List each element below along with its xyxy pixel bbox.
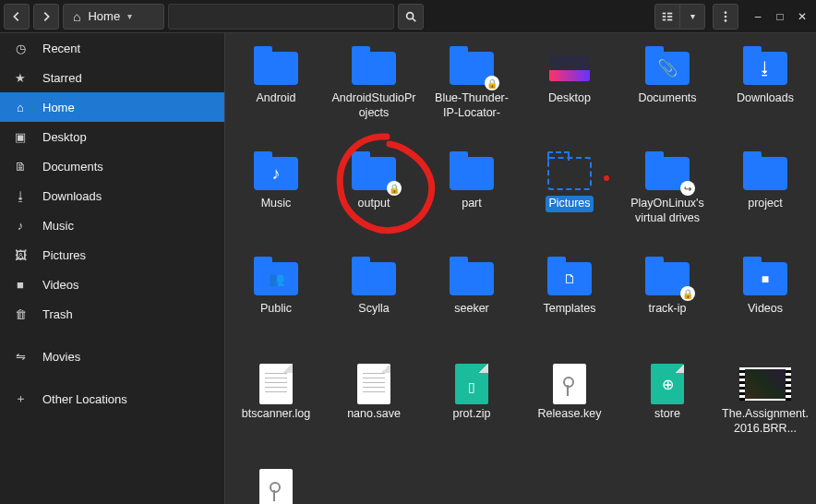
file-label: btscanner.log	[239, 406, 313, 423]
folder-public[interactable]: 👥 Public	[227, 257, 325, 362]
file-label: nano.save	[344, 406, 403, 423]
symlink-icon: ↪	[680, 181, 695, 196]
file-label: Documents	[635, 90, 699, 107]
documents-icon: 🗎	[13, 160, 28, 174]
folder-androidstudioprojects[interactable]: AndroidStudioProjects	[325, 46, 423, 151]
web-file-icon: ⊕	[645, 366, 690, 402]
folder-icon: 📎	[645, 50, 690, 87]
file-assignment-video[interactable]: The.Assignment.2016.BRR...	[716, 362, 814, 467]
maximize-button[interactable]: □	[770, 6, 790, 27]
sidebar-item-desktop[interactable]: ▣ Desktop	[0, 122, 224, 151]
file-label: Pictures	[546, 196, 593, 212]
downloads-icon: ⭳	[13, 189, 28, 203]
file-store[interactable]: ⊕ store	[618, 362, 716, 467]
folder-project[interactable]: project	[716, 151, 814, 257]
svg-rect-5	[667, 16, 672, 18]
file-prot-zip[interactable]: ▯ prot.zip	[423, 362, 521, 467]
location-bar[interactable]	[168, 4, 394, 30]
sidebar-item-home[interactable]: ⌂ Home	[0, 92, 224, 122]
file-label: Public	[258, 301, 294, 318]
folder-pictures[interactable]: Pictures	[521, 151, 618, 257]
folder-icon	[450, 260, 494, 297]
sidebar-item-label: Home	[42, 101, 75, 114]
folder-icon	[352, 260, 396, 297]
sidebar-item-label: Videos	[42, 278, 79, 292]
folder-blue-thunder[interactable]: 🔒 Blue-Thunder-IP-Locator-	[423, 46, 521, 151]
chevron-down-icon: ▾	[690, 11, 695, 21]
sidebar-item-documents[interactable]: 🗎 Documents	[0, 151, 224, 181]
file-btscanner-log[interactable]: btscanner.log	[227, 362, 325, 467]
file-label: Scylla	[355, 301, 391, 318]
folder-desktop[interactable]: Desktop	[521, 46, 618, 151]
folder-track-ip[interactable]: 🔒 track-ip	[618, 257, 716, 362]
sidebar-item-videos[interactable]: ■ Videos	[0, 270, 224, 299]
sidebar-item-starred[interactable]: ★ Starred	[0, 63, 224, 92]
hamburger-menu-button[interactable]	[713, 4, 738, 30]
path-bar[interactable]: ⌂ Home ▾	[63, 4, 164, 30]
trash-icon: 🗑	[13, 307, 28, 321]
file-release-key[interactable]: Release.key	[521, 362, 618, 467]
folder-templates[interactable]: 🗋 Templates	[521, 257, 618, 362]
sidebar-item-label: Downloads	[42, 189, 102, 203]
globe-icon: ⊕	[645, 366, 690, 402]
folder-seeker[interactable]: seeker	[423, 257, 521, 362]
desktop-icon: ▣	[13, 130, 28, 144]
folder-downloads[interactable]: ⭳ Downloads	[716, 46, 814, 151]
text-file-icon	[254, 366, 298, 402]
sidebar-item-music[interactable]: ♪ Music	[0, 210, 224, 240]
folder-documents[interactable]: 📎 Documents	[618, 46, 716, 151]
zipper-icon: ▯	[450, 371, 494, 402]
chevron-down-icon: ▾	[127, 11, 132, 21]
folder-scylla[interactable]: Scylla	[325, 257, 423, 362]
sidebar-item-trash[interactable]: 🗑 Trash	[0, 299, 224, 329]
videos-icon: ■	[13, 278, 28, 292]
folder-part[interactable]: part	[423, 151, 521, 257]
file-label: prot.zip	[450, 406, 494, 423]
folder-icon	[352, 50, 396, 87]
svg-point-8	[725, 15, 727, 18]
sidebar-item-movies[interactable]: ⇋ Movies	[0, 342, 224, 371]
folder-android[interactable]: Android	[227, 46, 325, 151]
sidebar: ◷ Recent ★ Starred ⌂ Home ▣ Desktop 🗎 Do…	[0, 33, 225, 504]
sidebar-item-downloads[interactable]: ⭳ Downloads	[0, 181, 224, 210]
main-split: ◷ Recent ★ Starred ⌂ Home ▣ Desktop 🗎 Do…	[0, 33, 816, 504]
folder-playonlinux[interactable]: ↪ PlayOnLinux's virtual drives	[618, 151, 716, 257]
sidebar-item-label: Recent	[42, 42, 80, 55]
sidebar-item-label: Other Locations	[42, 392, 127, 406]
file-winehq-key[interactable]: winehq.key	[227, 467, 325, 504]
minimize-button[interactable]: –	[748, 6, 768, 27]
file-label: part	[459, 196, 485, 212]
pictures-icon: 🖼	[13, 248, 28, 262]
sidebar-item-pictures[interactable]: 🖼 Pictures	[0, 240, 224, 270]
archive-icon: ▯	[450, 366, 494, 402]
svg-point-7	[725, 11, 727, 14]
sidebar-item-other-locations[interactable]: ＋ Other Locations	[0, 384, 224, 414]
svg-rect-1	[663, 12, 666, 14]
sidebar-item-label: Desktop	[42, 130, 87, 144]
desktop-icon	[547, 50, 592, 87]
file-label: Android	[253, 90, 298, 107]
star-icon: ★	[13, 71, 28, 85]
search-button[interactable]	[398, 4, 424, 30]
home-icon: ⌂	[13, 101, 28, 114]
folder-output[interactable]: 🔒 output	[325, 151, 423, 257]
templates-icon: 🗋	[547, 260, 592, 297]
file-grid: Android AndroidStudioProjects 🔒 Blue-Thu…	[225, 33, 816, 504]
file-label: PlayOnLinux's virtual drives	[621, 196, 714, 226]
sidebar-item-label: Music	[42, 219, 74, 233]
forward-button[interactable]	[33, 4, 59, 30]
video-icon: ■	[743, 260, 787, 297]
file-nano-save[interactable]: nano.save	[325, 362, 423, 467]
file-label: Release.key	[535, 406, 605, 423]
close-button[interactable]: ✕	[792, 6, 812, 27]
sidebar-item-recent[interactable]: ◷ Recent	[0, 33, 224, 63]
path-label: Home	[88, 9, 120, 23]
folder-icon	[254, 50, 298, 87]
folder-music[interactable]: ♪ Music	[227, 151, 325, 257]
view-mode-button[interactable]	[654, 4, 680, 30]
movies-icon: ⇋	[13, 350, 28, 364]
view-mode-chevron[interactable]: ▾	[679, 4, 705, 30]
back-button[interactable]	[4, 4, 30, 30]
file-label: store	[652, 406, 683, 423]
folder-videos[interactable]: ■ Videos	[716, 257, 814, 362]
